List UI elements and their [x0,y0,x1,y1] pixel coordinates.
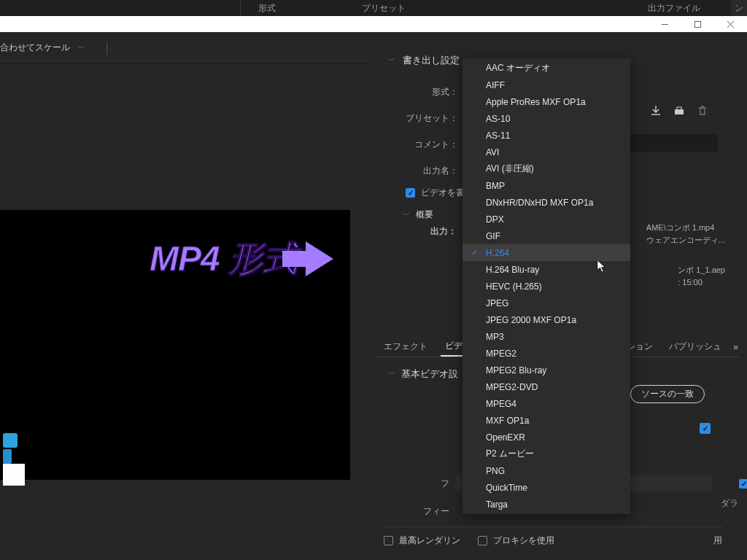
format-option[interactable]: P2 ムービー [462,446,630,462]
format-option[interactable]: DNxHR/DNxHD MXF OP1a [462,194,630,211]
svg-rect-1 [694,21,700,27]
delete-preset-icon[interactable] [696,105,709,117]
format-option[interactable]: MP3 [462,328,630,345]
output-name-label: 出力名： [406,165,462,177]
annotation-overlay: MP4 形式 [150,236,333,282]
chevron-down-icon: ﹀ [388,369,395,379]
format-option[interactable]: GIF [462,228,630,244]
column-header-output-file: 出力ファイル [630,0,718,16]
frame-label: フ [406,478,449,490]
format-option[interactable]: MXF OP1a [462,412,630,429]
scale-fit-label: 合わせてスケール [0,42,70,54]
window-titlebar[interactable] [0,16,747,32]
max-render-label: 最高レンダリン [399,534,460,547]
format-option[interactable]: JPEG [462,295,630,311]
format-dropdown-menu[interactable]: AAC オーディオAIFFApple ProRes MXF OP1aAS-10A… [462,58,630,514]
column-header-format: 形式 [241,0,293,16]
comment-label: コメント： [406,139,462,151]
format-option[interactable]: MPEG4 [462,395,630,412]
format-option[interactable]: Apple ProRes MXF OP1a [462,93,630,110]
summary-output-path: AME\コンポ 1.mp4 [646,222,725,234]
side-panel-label: ダラ [721,497,738,510]
divider [107,42,107,55]
format-option[interactable]: PNG [462,462,630,479]
download-preset-icon[interactable] [649,105,662,117]
format-option[interactable]: Targa [462,496,630,513]
format-option[interactable]: BMP [462,177,630,194]
format-option[interactable]: AS-10 [462,110,630,127]
format-label: 形式： [406,86,462,98]
frame-checkbox[interactable]: ✓ [739,479,747,489]
match-source-button[interactable]: ソースの一致 [630,385,705,403]
chevron-down-icon: ﹀ [403,210,410,220]
summary-output-encoding: ウェアエンコーディ... [646,234,725,246]
use-proxy-label: プロキシを使用 [493,534,554,547]
field-order-label: フィー [406,505,449,518]
scale-fit-dropdown[interactable]: 合わせてスケール ﹀ [0,42,85,54]
document-icon [3,464,25,486]
column-header-preset: プリセット [344,0,423,16]
setting-checkbox-1[interactable]: ✓ [700,423,711,434]
annotation-text: MP4 形式 [150,236,297,282]
format-option[interactable]: AVI (非圧縮) [462,160,630,177]
format-option[interactable]: OpenEXR [462,429,630,446]
basic-video-settings-header[interactable]: ﹀ 基本ビデオ設 [388,368,458,381]
tab-effect[interactable]: エフェクト [379,338,432,356]
export-settings-title: 書き出し設定 [403,54,460,67]
format-option[interactable]: QuickTime [462,479,630,496]
tabs-overflow-icon[interactable]: » [733,342,735,352]
cube-icon [3,433,18,448]
import-preset-icon[interactable] [673,105,686,117]
preview-corner-icons [3,433,25,474]
chevron-down-icon: ﹀ [77,43,85,53]
format-option[interactable]: AIFF [462,77,630,93]
panel-edge-label: ン [731,0,747,16]
format-option[interactable]: AVI [462,144,630,160]
format-option[interactable]: AAC オーディオ [462,60,630,77]
summary-output-label: 出力： [430,226,457,236]
summary-title: 概要 [416,209,433,221]
export-video-checkbox[interactable]: ✓ [406,188,415,198]
format-option[interactable]: H.264 [462,244,630,261]
use-proxy-checkbox[interactable] [478,536,487,545]
export-video-label: ビデオを書 [421,187,465,199]
window-close-button[interactable] [714,16,747,32]
bottom-right-label: 用 [713,534,722,547]
output-name-field[interactable] [622,134,718,152]
window-maximize-button[interactable] [681,16,714,32]
chevron-down-icon: ﹀ [388,55,395,66]
summary-source-time: : 15:00 [678,276,725,289]
cube-icon-small [3,449,12,464]
format-option[interactable]: JPEG 2000 MXF OP1a [462,311,630,328]
max-render-checkbox[interactable] [384,536,393,545]
basic-video-title: 基本ビデオ設 [401,368,458,381]
format-option[interactable]: MPEG2-DVD [462,378,630,395]
format-option[interactable]: AS-11 [462,127,630,144]
preset-label: プリセット： [406,112,462,125]
summary-source-file: ンポ 1_1.aep [678,264,725,276]
format-option[interactable]: MPEG2 Blu-ray [462,362,630,378]
format-option[interactable]: HEVC (H.265) [462,278,630,295]
svg-rect-4 [675,109,684,114]
format-option[interactable]: MPEG2 [462,345,630,362]
format-option[interactable]: DPX [462,211,630,228]
arrow-right-icon [306,241,333,276]
window-minimize-button[interactable] [649,16,681,32]
mouse-cursor-icon [597,260,607,275]
export-settings-header[interactable]: ﹀ 書き出し設定 [388,54,460,67]
tab-publish[interactable]: パブリッシュ [665,338,726,356]
